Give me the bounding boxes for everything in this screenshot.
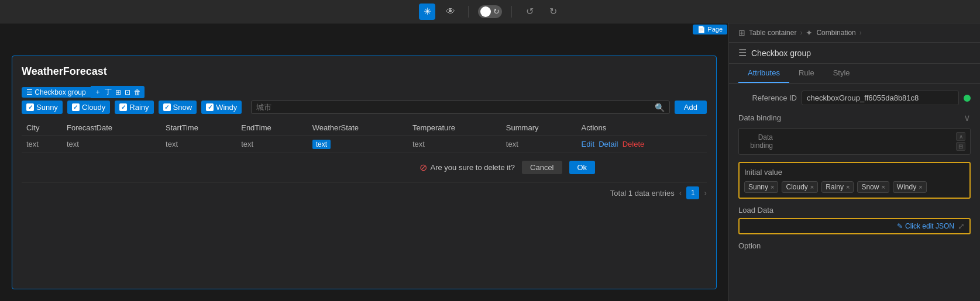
label-windy: Windy xyxy=(216,103,237,112)
panel-title-text: Checkbox group xyxy=(751,49,811,58)
check-snow xyxy=(163,103,171,111)
col-weatherstate: WeatherState xyxy=(308,120,408,136)
edit-icon: ✎ xyxy=(897,222,903,230)
tag-cloudy-remove[interactable]: × xyxy=(810,184,814,191)
tag-windy-remove[interactable]: × xyxy=(919,184,922,191)
data-binding-label: Data binding xyxy=(738,113,781,122)
check-windy xyxy=(206,103,214,111)
tab-rule[interactable]: Rule xyxy=(789,64,824,83)
confirm-cell: ⊘ Are you sure to delete it? Cancel Ok xyxy=(308,153,707,183)
action-delete[interactable]: 🗑 xyxy=(134,88,141,96)
tab-style[interactable]: Style xyxy=(824,64,859,83)
label-cloudy: Cloudy xyxy=(82,103,105,112)
tag-sunny: Sunny × xyxy=(744,181,778,193)
tag-sunny-remove[interactable]: × xyxy=(771,184,774,191)
toolbar: ✳ 👁 ↻ ↺ ↻ xyxy=(0,0,980,23)
check-rainy xyxy=(119,103,127,111)
tag-snow-remove[interactable]: × xyxy=(881,184,885,191)
checkbox-rainy[interactable]: Rainy xyxy=(115,101,153,114)
breadcrumb-sep-1: › xyxy=(800,29,802,37)
action-t[interactable]: 丁 xyxy=(105,87,112,97)
page-badge[interactable]: 📄 Page xyxy=(693,25,727,34)
tag-snow: Snow × xyxy=(857,181,889,193)
pagination-row: Total 1 data entries ‹ 1 › xyxy=(22,183,707,203)
ok-button[interactable]: Ok xyxy=(569,161,596,174)
panel-body: Reference ID checkboxGroup_ff6055da8b81c… xyxy=(729,84,980,301)
detail-action[interactable]: Detail xyxy=(599,140,618,148)
click-edit-json-button[interactable]: ✎ Click edit JSON xyxy=(897,222,954,230)
status-indicator xyxy=(964,95,971,102)
search-input-wrap: 🔍 xyxy=(251,101,670,114)
divider-2 xyxy=(511,6,512,18)
eye-icon[interactable]: 👁 xyxy=(442,4,459,20)
col-endtime: EndTime xyxy=(236,120,307,136)
option-label: Option xyxy=(738,241,971,250)
cell-city: text xyxy=(22,136,62,153)
db-sublabel: Databinding xyxy=(744,133,773,150)
breadcrumb-table-container[interactable]: Table container xyxy=(749,29,796,37)
label-sunny: Sunny xyxy=(36,103,58,112)
table-container-icon: ⊞ xyxy=(738,28,745,37)
data-binding-chevron[interactable]: ∨ xyxy=(964,112,971,123)
tag-cloudy-label: Cloudy xyxy=(786,183,807,191)
col-starttime: StartTime xyxy=(161,120,236,136)
cancel-button[interactable]: Cancel xyxy=(522,161,562,174)
tag-sunny-label: Sunny xyxy=(748,183,768,191)
panel-title-row: ☰ Checkbox group xyxy=(729,43,980,64)
checkbox-cloudy[interactable]: Cloudy xyxy=(67,101,110,114)
db-down-arrow[interactable]: ⊟ xyxy=(956,142,965,151)
weatherstate-highlight: text xyxy=(312,140,331,149)
confirm-spacer xyxy=(22,153,308,183)
checkbox-group-label[interactable]: ☰ Checkbox group xyxy=(22,87,91,98)
checkbox-snow[interactable]: Snow xyxy=(159,101,197,114)
checkbox-sunny[interactable]: Sunny xyxy=(22,101,63,114)
breadcrumb-combination[interactable]: Combination xyxy=(816,29,855,37)
combination-icon: ✦ xyxy=(806,28,813,37)
confirm-text: ⊘ Are you sure to delete it? xyxy=(419,162,515,173)
data-binding-area: Databinding ∧ ⊟ xyxy=(738,128,971,155)
action-grid[interactable]: ⊞ xyxy=(115,88,121,96)
col-city: City xyxy=(22,120,62,136)
cell-summary: text xyxy=(501,136,577,153)
cell-actions: Edit Detail Delete xyxy=(577,136,707,153)
breadcrumb: ⊞ Table container › ✦ Combination › xyxy=(729,23,980,43)
confirm-icon: ⊘ xyxy=(419,162,427,173)
action-add[interactable]: ＋ xyxy=(94,87,101,97)
widget-container: WeatherForecast ☰ Checkbox group ＋ 丁 ⊞ ⊡… xyxy=(12,56,717,289)
plugin-icon[interactable]: ✳ xyxy=(419,4,435,20)
next-page-button[interactable]: › xyxy=(704,188,707,198)
add-button[interactable]: Add xyxy=(675,101,707,114)
edit-action[interactable]: Edit xyxy=(582,140,594,148)
canvas-area: 📄 Page WeatherForecast ☰ Checkbox group … xyxy=(0,23,728,301)
undo-button[interactable]: ↺ xyxy=(521,4,538,20)
load-data-input: ✎ Click edit JSON ⤢ xyxy=(738,218,971,234)
prev-page-button[interactable]: ‹ xyxy=(679,188,682,198)
delete-action[interactable]: Delete xyxy=(623,140,645,148)
checkboxes-row: Sunny Cloudy Rainy Snow Windy xyxy=(22,101,707,114)
toggle-switch[interactable]: ↻ xyxy=(478,5,502,18)
reference-id-label: Reference ID xyxy=(738,94,797,102)
tag-rainy: Rainy × xyxy=(821,181,854,193)
pagination-total: Total 1 data entries xyxy=(610,189,675,198)
search-input[interactable] xyxy=(256,103,655,112)
initial-value-tags: Sunny × Cloudy × Rainy × Snow xyxy=(744,181,965,193)
load-data-inner: ✎ Click edit JSON xyxy=(744,222,954,230)
widget-title: WeatherForecast xyxy=(22,65,707,78)
checkbox-group-actions: ＋ 丁 ⊞ ⊡ 🗑 xyxy=(91,86,145,98)
tag-cloudy: Cloudy × xyxy=(782,181,818,193)
tab-attributes[interactable]: Attributes xyxy=(738,64,789,83)
tag-rainy-remove[interactable]: × xyxy=(846,184,850,191)
delete-confirm-area: ⊘ Are you sure to delete it? Cancel Ok xyxy=(312,156,702,179)
cell-temperature: text xyxy=(408,136,501,153)
page-number[interactable]: 1 xyxy=(686,186,699,199)
initial-value-label: Initial value xyxy=(744,168,965,177)
db-up-arrow[interactable]: ∧ xyxy=(956,132,965,141)
expand-icon[interactable]: ⤢ xyxy=(958,222,965,231)
label-snow: Snow xyxy=(173,103,192,112)
redo-button[interactable]: ↻ xyxy=(545,4,561,20)
action-copy[interactable]: ⊡ xyxy=(125,88,130,96)
col-forecastdate: ForecastDate xyxy=(62,120,161,136)
data-binding-section-header: Data binding ∨ xyxy=(738,112,971,123)
cell-starttime: text xyxy=(161,136,236,153)
checkbox-windy[interactable]: Windy xyxy=(201,101,242,114)
